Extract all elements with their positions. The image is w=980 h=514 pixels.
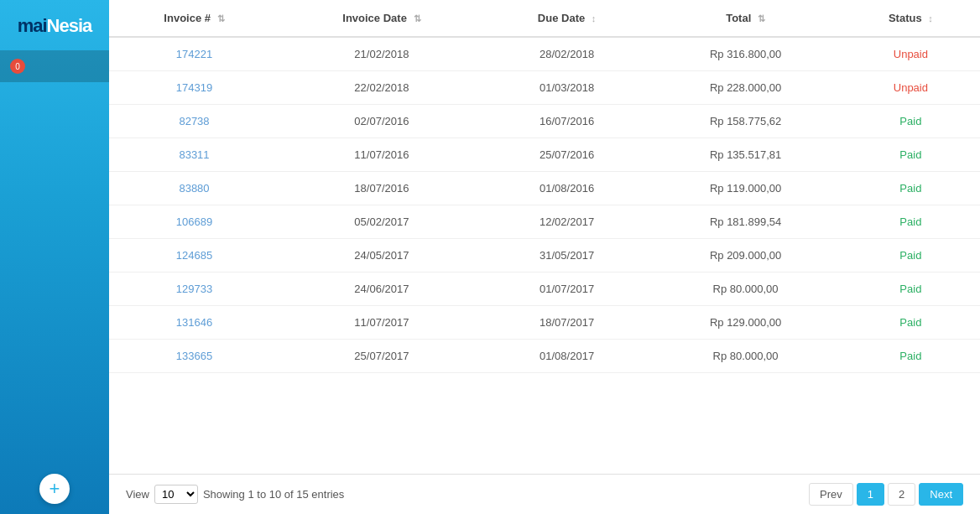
table-row: 82738 02/07/2016 16/07/2016 Rp 158.775,6… (109, 105, 980, 138)
view-select[interactable]: 102550100 (154, 485, 198, 504)
status-cell: Paid (842, 105, 980, 138)
total-cell: Rp 129.000,00 (649, 306, 841, 340)
due-date-cell: 28/02/2018 (484, 37, 650, 71)
due-date-cell: 25/07/2016 (484, 138, 650, 172)
sidebar-badge: 0 (10, 59, 25, 74)
view-label: View (126, 488, 149, 501)
total-cell: Rp 80.000,00 (649, 273, 841, 306)
due-date-cell: 01/07/2017 (484, 273, 650, 306)
sort-icon-status: ↕ (928, 13, 933, 23)
logo-prefix: mai (18, 15, 47, 36)
col-due-date[interactable]: Due Date ↕ (484, 0, 650, 37)
invoice-date-cell: 18/07/2016 (279, 172, 484, 205)
invoice-num-cell[interactable]: 83311 (109, 138, 279, 172)
sidebar-nav: 0 (0, 50, 109, 474)
col-invoice-num[interactable]: Invoice # ⇅ (109, 0, 279, 37)
status-cell: Paid (842, 205, 980, 239)
total-cell: Rp 80.000,00 (649, 340, 841, 373)
sidebar-item-active[interactable]: 0 (0, 50, 109, 82)
invoice-date-cell: 05/02/2017 (279, 205, 484, 239)
table-row: 83880 18/07/2016 01/08/2016 Rp 119.000,0… (109, 172, 980, 205)
total-cell: Rp 181.899,54 (649, 205, 841, 239)
table-row: 133665 25/07/2017 01/08/2017 Rp 80.000,0… (109, 340, 980, 373)
col-invoice-date[interactable]: Invoice Date ⇅ (279, 0, 484, 37)
status-cell: Paid (842, 340, 980, 373)
main-content: Invoice # ⇅ Invoice Date ⇅ Due Date ↕ To… (109, 0, 980, 514)
due-date-cell: 18/07/2017 (484, 306, 650, 340)
due-date-cell: 01/08/2016 (484, 172, 650, 205)
table-body: 174221 21/02/2018 28/02/2018 Rp 316.800,… (109, 37, 980, 373)
invoice-num-cell[interactable]: 129733 (109, 273, 279, 306)
next-button[interactable]: Next (919, 483, 963, 506)
due-date-cell: 01/03/2018 (484, 71, 650, 105)
table-row: 174319 22/02/2018 01/03/2018 Rp 228.000,… (109, 71, 980, 105)
invoice-num-cell[interactable]: 83880 (109, 172, 279, 205)
sort-icon-invoice-num: ⇅ (217, 13, 225, 23)
page-2-button[interactable]: 2 (888, 483, 915, 506)
due-date-cell: 16/07/2016 (484, 105, 650, 138)
sort-icon-invoice-date: ⇅ (414, 13, 421, 23)
table-row: 174221 21/02/2018 28/02/2018 Rp 316.800,… (109, 37, 980, 71)
due-date-cell: 01/08/2017 (484, 340, 650, 373)
total-cell: Rp 119.000,00 (649, 172, 841, 205)
col-total[interactable]: Total ⇅ (649, 0, 841, 37)
table-header: Invoice # ⇅ Invoice Date ⇅ Due Date ↕ To… (109, 0, 980, 37)
table-row: 124685 24/05/2017 31/05/2017 Rp 209.000,… (109, 239, 980, 273)
invoice-date-cell: 21/02/2018 (279, 37, 484, 71)
status-cell: Paid (842, 273, 980, 306)
invoice-num-cell[interactable]: 124685 (109, 239, 279, 273)
sort-icon-due-date: ↕ (592, 13, 597, 23)
invoice-num-cell[interactable]: 133665 (109, 340, 279, 373)
table-row: 131646 11/07/2017 18/07/2017 Rp 129.000,… (109, 306, 980, 340)
total-cell: Rp 209.000,00 (649, 239, 841, 273)
status-cell: Unpaid (842, 37, 980, 71)
table-footer: View 102550100 Showing 1 to 10 of 15 ent… (109, 474, 980, 514)
invoice-date-cell: 25/07/2017 (279, 340, 484, 373)
status-cell: Unpaid (842, 71, 980, 105)
table-row: 129733 24/06/2017 01/07/2017 Rp 80.000,0… (109, 273, 980, 306)
status-cell: Paid (842, 306, 980, 340)
invoice-date-cell: 11/07/2016 (279, 138, 484, 172)
footer-left: View 102550100 Showing 1 to 10 of 15 ent… (126, 485, 344, 504)
invoice-date-cell: 24/06/2017 (279, 273, 484, 306)
showing-text: Showing 1 to 10 of 15 entries (203, 488, 344, 501)
total-cell: Rp 158.775,62 (649, 105, 841, 138)
table-row: 106689 05/02/2017 12/02/2017 Rp 181.899,… (109, 205, 980, 239)
page-1-button[interactable]: 1 (857, 483, 884, 506)
sort-icon-total: ⇅ (758, 13, 765, 23)
due-date-cell: 31/05/2017 (484, 239, 650, 273)
total-cell: Rp 316.800,00 (649, 37, 841, 71)
col-status[interactable]: Status ↕ (842, 0, 980, 37)
invoice-date-cell: 02/07/2016 (279, 105, 484, 138)
invoice-num-cell[interactable]: 131646 (109, 306, 279, 340)
total-cell: Rp 135.517,81 (649, 138, 841, 172)
invoices-table: Invoice # ⇅ Invoice Date ⇅ Due Date ↕ To… (109, 0, 980, 373)
status-cell: Paid (842, 239, 980, 273)
logo-area: maiNesia (0, 8, 109, 50)
invoice-num-cell[interactable]: 82738 (109, 105, 279, 138)
table-row: 83311 11/07/2016 25/07/2016 Rp 135.517,8… (109, 138, 980, 172)
invoice-date-cell: 22/02/2018 (279, 71, 484, 105)
logo: maiNesia (18, 15, 92, 37)
invoice-num-cell[interactable]: 174221 (109, 37, 279, 71)
invoice-date-cell: 24/05/2017 (279, 239, 484, 273)
invoice-num-cell[interactable]: 174319 (109, 71, 279, 105)
invoice-num-cell[interactable]: 106689 (109, 205, 279, 239)
pagination: Prev 1 2 Next (809, 483, 963, 506)
due-date-cell: 12/02/2017 (484, 205, 650, 239)
status-cell: Paid (842, 172, 980, 205)
status-cell: Paid (842, 138, 980, 172)
add-button[interactable]: + (39, 474, 70, 504)
logo-suffix: Nesia (47, 15, 92, 36)
sidebar: maiNesia 0 + (0, 0, 109, 514)
invoice-date-cell: 11/07/2017 (279, 306, 484, 340)
prev-button[interactable]: Prev (809, 483, 853, 506)
total-cell: Rp 228.000,00 (649, 71, 841, 105)
table-container: Invoice # ⇅ Invoice Date ⇅ Due Date ↕ To… (109, 0, 980, 474)
